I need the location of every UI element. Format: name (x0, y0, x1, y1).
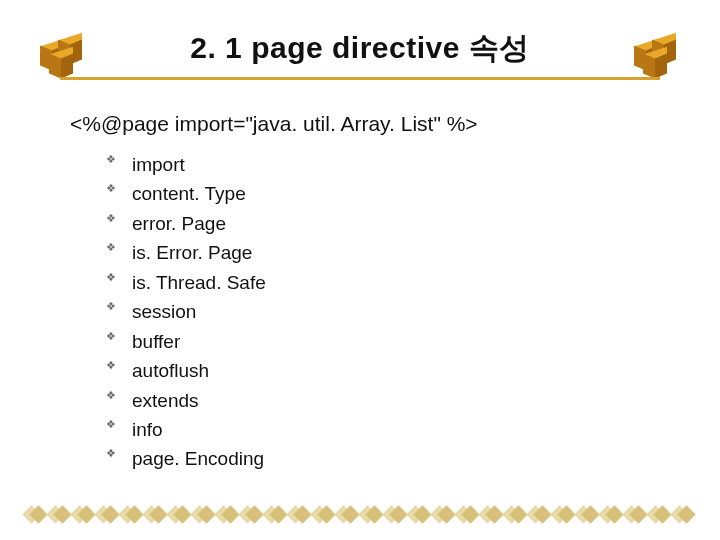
diamond-icon (25, 504, 47, 526)
diamond-icon (577, 504, 599, 526)
diamond-icon (673, 504, 695, 526)
diamond-icon (265, 504, 287, 526)
diamond-icon (193, 504, 215, 526)
list-item: error. Page (106, 209, 650, 238)
diamond-icon (121, 504, 143, 526)
diamond-icon (313, 504, 335, 526)
list-item: is. Error. Page (106, 238, 650, 267)
diamond-icon (649, 504, 671, 526)
diamond-icon (433, 504, 455, 526)
list-item: info (106, 415, 650, 444)
list-item: import (106, 150, 650, 179)
slide-title: 2. 1 page directive 속성 (0, 28, 720, 69)
diamond-icon (553, 504, 575, 526)
list-item: autoflush (106, 356, 650, 385)
list-item: is. Thread. Safe (106, 268, 650, 297)
diamond-icon (505, 504, 527, 526)
diamond-icon (97, 504, 119, 526)
divider (60, 77, 660, 80)
diamond-icon (361, 504, 383, 526)
list-item: session (106, 297, 650, 326)
list-item: extends (106, 386, 650, 415)
diamond-icon (241, 504, 263, 526)
diamond-icon (529, 504, 551, 526)
diamond-icon (481, 504, 503, 526)
diamond-icon (337, 504, 359, 526)
list-item: content. Type (106, 179, 650, 208)
code-example: <%@page import="java. util. Array. List"… (70, 112, 650, 136)
diamond-icon (145, 504, 167, 526)
diamond-icon (625, 504, 647, 526)
list-item: page. Encoding (106, 444, 650, 473)
diamond-icon (217, 504, 239, 526)
footer-pattern (0, 504, 720, 526)
list-item: buffer (106, 327, 650, 356)
diamond-icon (49, 504, 71, 526)
diamond-icon (457, 504, 479, 526)
attribute-list: importcontent. Typeerror. Pageis. Error.… (70, 150, 650, 474)
diamond-icon (601, 504, 623, 526)
diamond-icon (289, 504, 311, 526)
diamond-icon (73, 504, 95, 526)
diamond-icon (169, 504, 191, 526)
diamond-icon (409, 504, 431, 526)
diamond-icon (385, 504, 407, 526)
slide-body: <%@page import="java. util. Array. List"… (0, 88, 720, 474)
